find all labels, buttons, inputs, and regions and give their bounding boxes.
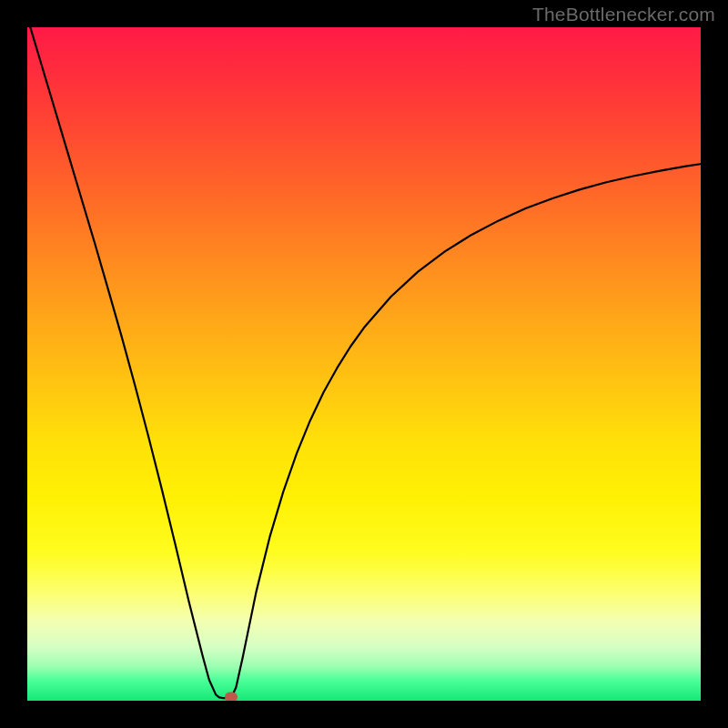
optimum-marker [225, 692, 238, 701]
bottleneck-curve [27, 27, 701, 701]
plot-area [27, 27, 701, 701]
chart-frame: TheBottlenecker.com [0, 0, 728, 728]
attribution-text: TheBottlenecker.com [532, 4, 715, 25]
